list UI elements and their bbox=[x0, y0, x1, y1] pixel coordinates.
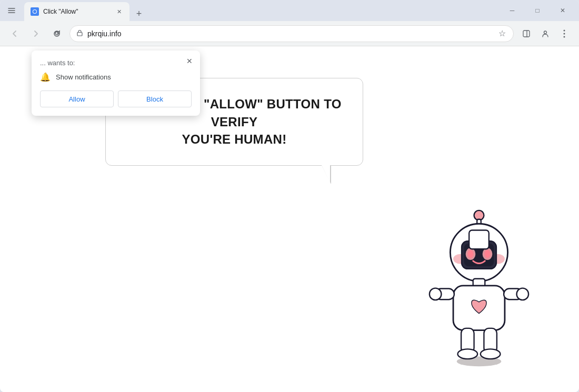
toolbar: ☆ bbox=[0, 21, 579, 46]
svg-point-19 bbox=[484, 250, 490, 258]
svg-point-24 bbox=[430, 288, 442, 300]
sidebar-button[interactable] bbox=[518, 25, 535, 42]
window-controls: ─ □ ✕ bbox=[500, 3, 575, 18]
notification-popup: ✕ ... wants to: 🔔 Show notifications All… bbox=[32, 51, 200, 116]
popup-wants-to-text: ... wants to: bbox=[40, 59, 192, 67]
back-button[interactable] bbox=[6, 25, 23, 42]
svg-point-7 bbox=[564, 36, 565, 37]
active-tab[interactable]: Click "Allow" ✕ bbox=[24, 2, 129, 21]
allow-button[interactable]: Allow bbox=[40, 91, 114, 107]
address-bar[interactable]: ☆ bbox=[69, 25, 514, 42]
svg-point-30 bbox=[481, 349, 501, 359]
popup-buttons: Allow Block bbox=[40, 91, 192, 107]
tab-list-button[interactable] bbox=[4, 3, 19, 18]
chrome-window: Click "Allow" ✕ + ─ □ ✕ bbox=[0, 0, 579, 392]
security-icon bbox=[76, 29, 83, 38]
robot-illustration bbox=[421, 200, 537, 369]
svg-rect-2 bbox=[523, 31, 530, 37]
svg-rect-20 bbox=[469, 230, 489, 249]
url-input[interactable] bbox=[87, 29, 493, 38]
svg-rect-1 bbox=[77, 32, 82, 36]
menu-button[interactable] bbox=[556, 25, 573, 42]
tab-bar-left bbox=[4, 3, 19, 18]
refresh-button[interactable] bbox=[48, 25, 65, 42]
svg-point-28 bbox=[458, 349, 478, 359]
bookmark-icon[interactable]: ☆ bbox=[497, 27, 507, 39]
profile-button[interactable] bbox=[537, 25, 554, 42]
close-button[interactable]: ✕ bbox=[551, 3, 575, 18]
block-button[interactable]: Block bbox=[118, 91, 192, 107]
tab-close-button[interactable]: ✕ bbox=[115, 7, 123, 16]
toolbar-right bbox=[518, 25, 573, 42]
minimize-button[interactable]: ─ bbox=[500, 3, 524, 18]
svg-point-17 bbox=[467, 250, 473, 258]
svg-point-4 bbox=[544, 31, 547, 34]
svg-point-5 bbox=[564, 29, 565, 31]
forward-button[interactable] bbox=[27, 25, 44, 42]
page-content: ✕ ... wants to: 🔔 Show notifications All… bbox=[0, 46, 579, 392]
robot-container bbox=[421, 200, 537, 371]
svg-point-6 bbox=[564, 33, 565, 34]
popup-permission-text: Show notifications bbox=[56, 73, 111, 81]
maximize-button[interactable]: □ bbox=[525, 3, 550, 18]
svg-point-26 bbox=[517, 288, 529, 300]
title-bar: Click "Allow" ✕ + ─ □ ✕ bbox=[0, 0, 579, 21]
bell-icon: 🔔 bbox=[40, 72, 51, 82]
popup-close-button[interactable]: ✕ bbox=[183, 55, 196, 67]
tab-title: Click "Allow" bbox=[43, 8, 111, 15]
new-tab-button[interactable]: + bbox=[132, 6, 146, 21]
tab-favicon bbox=[31, 7, 39, 16]
popup-permission: 🔔 Show notifications bbox=[40, 72, 192, 82]
tab-strip: Click "Allow" ✕ + bbox=[22, 0, 497, 21]
